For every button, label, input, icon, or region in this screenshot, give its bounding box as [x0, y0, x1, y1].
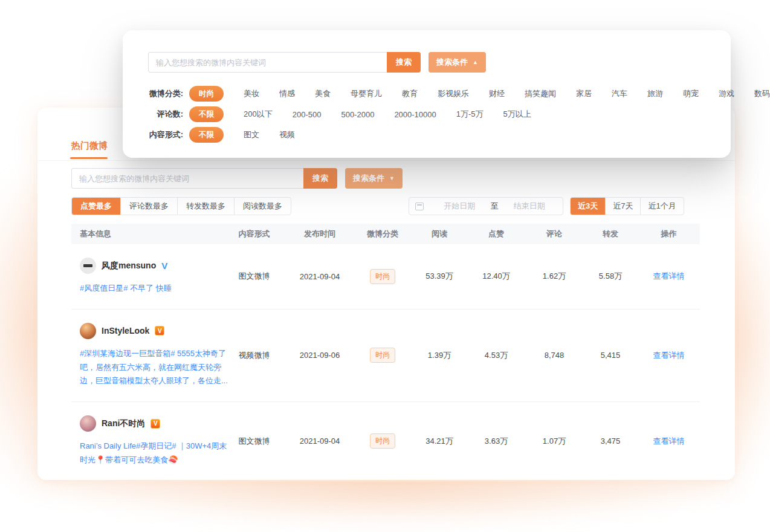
filter-option[interactable]: 1万-5万 — [456, 109, 484, 120]
search-conditions-button[interactable]: 搜索条件 ▼ — [345, 168, 403, 189]
chevron-down-icon: ▼ — [389, 176, 395, 181]
comments-cell: 1.62万 — [525, 271, 583, 282]
content-form-cell: 视频微博 — [222, 350, 286, 361]
start-date-input[interactable]: 开始日期 — [432, 201, 487, 212]
user-name[interactable]: Rani不时尚 — [102, 418, 145, 429]
publish-time-cell: 2021-09-06 — [286, 351, 354, 360]
col-content-form: 内容形式 — [222, 229, 286, 239]
filter-option[interactable]: 200-500 — [293, 110, 322, 119]
filter-option[interactable]: 游戏 — [719, 88, 734, 99]
filter-option[interactable]: 旅游 — [647, 88, 663, 99]
filter-option[interactable]: 200以下 — [244, 109, 273, 120]
avatar[interactable] — [80, 323, 96, 339]
search-button[interactable]: 搜索 — [303, 168, 337, 189]
filter-option-selected[interactable]: 不限 — [189, 106, 224, 122]
content-form-cell: 图文微博 — [222, 271, 286, 282]
col-basic-info: 基本信息 — [71, 229, 222, 239]
weibo-table: 基本信息 内容形式 发布时间 微博分类 阅读 点赞 评论 转发 操作 风度men… — [71, 224, 700, 481]
sort-tab-group: 点赞最多 评论数最多 转发数最多 阅读数最多 — [71, 197, 291, 215]
content-form-cell: 图文微博 — [222, 436, 286, 447]
filter-option[interactable]: 视频 — [279, 129, 295, 140]
col-reads: 阅读 — [412, 229, 467, 239]
user-name[interactable]: InStyleLook — [102, 326, 149, 336]
avatar[interactable] — [80, 415, 96, 432]
filter-row-category: 微博分类: 时尚 美妆 情感 美食 母婴育儿 教育 影视娱乐 财经 搞笑趣闻 家… — [123, 86, 731, 102]
sort-tab-likes[interactable]: 点赞最多 — [72, 198, 120, 215]
user-name[interactable]: 风度mensuno — [102, 261, 156, 271]
filter-option[interactable]: 财经 — [489, 88, 505, 99]
basic-info-cell: InStyleLook V #深圳某海边现一巨型音箱# 5555太神奇了吧，居然… — [71, 323, 222, 388]
hot-weibo-panel: 热门微博 搜索 搜索条件 ▼ 点赞最多 评论数最多 转发数最多 阅读数最多 开始… — [37, 108, 735, 480]
search-conditions-label: 搜索条件 — [436, 57, 468, 68]
user-line: InStyleLook V — [80, 323, 220, 339]
filter-option-selected[interactable]: 时尚 — [189, 86, 224, 102]
range-1-month[interactable]: 近1个月 — [640, 198, 683, 215]
post-content-link[interactable]: Rani’s Daily Life#孕期日记# ｜30W+4周末时光📍带着可可去… — [80, 440, 230, 467]
comments-cell: 1.07万 — [525, 436, 583, 447]
filter-option[interactable]: 5万以上 — [503, 109, 531, 120]
view-details-link[interactable]: 查看详情 — [653, 436, 685, 446]
search-input[interactable] — [148, 52, 387, 73]
tab-hot-weibo[interactable]: 热门微博 — [71, 140, 108, 152]
tab-hot-weibo-label: 热门微博 — [71, 140, 108, 151]
search-button[interactable]: 搜索 — [387, 52, 421, 73]
search-conditions-panel: 搜索 搜索条件 ▲ 微博分类: 时尚 美妆 情感 美食 母婴育儿 教育 影视娱乐… — [123, 30, 731, 158]
filter-rows: 微博分类: 时尚 美妆 情感 美食 母婴育儿 教育 影视娱乐 财经 搞笑趣闻 家… — [123, 86, 731, 148]
post-content-link[interactable]: #风度值日星# 不早了 快睡 — [80, 282, 230, 296]
col-category: 微博分类 — [354, 229, 412, 239]
filter-option[interactable]: 萌宠 — [683, 88, 699, 99]
quick-range-group: 近3天 近7天 近1个月 — [570, 197, 684, 215]
basic-info-cell: 风度mensuno V #风度值日星# 不早了 快睡 — [71, 258, 222, 296]
filter-option[interactable]: 家居 — [576, 88, 592, 99]
filter-option-selected[interactable]: 不限 — [189, 127, 224, 143]
date-range-picker[interactable]: 开始日期 至 结束日期 — [409, 197, 563, 215]
filter-option[interactable]: 搞笑趣闻 — [525, 88, 556, 99]
range-7-days[interactable]: 近7天 — [605, 198, 640, 215]
filter-label: 评论数: — [123, 109, 183, 120]
sort-tab-reposts[interactable]: 转发数最多 — [177, 198, 234, 215]
reads-cell: 53.39万 — [412, 271, 467, 282]
filter-option[interactable]: 2000-10000 — [394, 110, 436, 119]
avatar[interactable] — [80, 258, 96, 274]
search-input[interactable] — [71, 168, 303, 189]
filter-option[interactable]: 美食 — [315, 88, 331, 99]
category-tag: 时尚 — [370, 269, 395, 284]
end-date-input[interactable]: 结束日期 — [502, 201, 557, 212]
filter-option[interactable]: 美妆 — [244, 88, 259, 99]
filter-label: 内容形式: — [123, 129, 183, 140]
filter-option[interactable]: 母婴育儿 — [351, 88, 382, 99]
tab-active-underline — [70, 157, 108, 159]
range-3-days[interactable]: 近3天 — [571, 198, 605, 215]
table-row: InStyleLook V #深圳某海边现一巨型音箱# 5555太神奇了吧，居然… — [71, 310, 700, 402]
post-content-link[interactable]: #深圳某海边现一巨型音箱# 5555太神奇了吧，居然有五六米高，就在网红魔天轮旁… — [80, 347, 230, 388]
col-likes: 点赞 — [467, 229, 525, 239]
user-line: Rani不时尚 V — [80, 415, 220, 432]
likes-cell: 12.40万 — [467, 271, 525, 282]
view-details-link[interactable]: 查看详情 — [653, 351, 685, 360]
filter-option[interactable]: 情感 — [279, 88, 295, 99]
filter-option[interactable]: 500-2000 — [341, 110, 374, 119]
actions-cell: 查看详情 — [638, 271, 700, 282]
search-conditions-button[interactable]: 搜索条件 ▲ — [429, 52, 486, 73]
sort-tab-comments[interactable]: 评论数最多 — [120, 198, 177, 215]
likes-cell: 4.53万 — [467, 350, 525, 361]
verified-blue-icon: V — [161, 261, 167, 271]
col-publish-time: 发布时间 — [286, 229, 354, 239]
col-reposts: 转发 — [583, 229, 638, 239]
category-tag: 时尚 — [370, 433, 395, 449]
filter-option[interactable]: 教育 — [402, 88, 418, 99]
view-details-link[interactable]: 查看详情 — [653, 271, 685, 281]
sort-tab-reads[interactable]: 阅读数最多 — [234, 198, 291, 215]
filter-option[interactable]: 汽车 — [612, 88, 627, 99]
chevron-up-icon: ▲ — [473, 60, 478, 65]
filter-row-content-form: 内容形式: 不限 图文 视频 — [123, 127, 731, 143]
filter-option[interactable]: 图文 — [244, 129, 259, 140]
search-conditions-label: 搜索条件 — [353, 173, 384, 184]
filter-row-comment-count: 评论数: 不限 200以下 200-500 500-2000 2000-1000… — [123, 106, 731, 122]
category-cell: 时尚 — [354, 433, 412, 449]
filter-option[interactable]: 数码科技 — [754, 88, 770, 99]
comments-cell: 8,748 — [525, 351, 583, 360]
main-search-row: 搜索 搜索条件 ▼ — [71, 168, 403, 189]
filter-option[interactable]: 影视娱乐 — [438, 88, 469, 99]
reads-cell: 34.21万 — [412, 436, 467, 447]
